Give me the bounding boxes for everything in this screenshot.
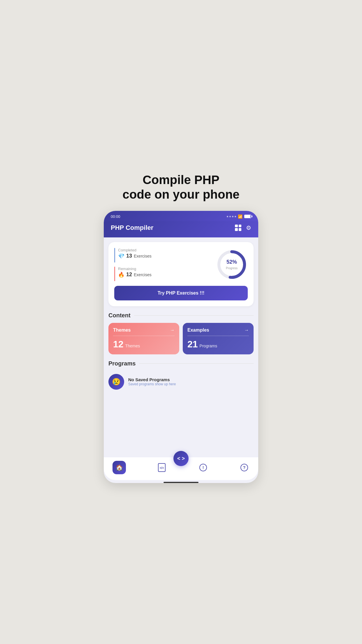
app-headline: Compile PHP code on your phone — [122, 173, 239, 202]
donut-label: Progress — [226, 266, 238, 270]
gear-icon[interactable]: ⚙ — [246, 224, 251, 231]
grid-icon[interactable] — [235, 225, 241, 231]
remaining-label: Remaining — [118, 267, 152, 271]
programs-section-header: Programs — [108, 360, 254, 367]
home-indicator — [164, 482, 198, 483]
headline-line1: Compile PHP — [143, 173, 219, 187]
themes-unit: Themes — [125, 344, 140, 348]
app-title: PHP Compiler — [111, 224, 153, 232]
completed-icon: 💎 — [118, 253, 124, 259]
remaining-unit: Exercises — [134, 272, 152, 277]
headline-line2: code on your phone — [122, 188, 239, 201]
status-bar: 00:00 📶 — [104, 211, 258, 221]
content-section: Content Themes → 12 Themes — [108, 312, 254, 354]
svg-text:?: ? — [243, 465, 246, 470]
examples-card-title: Examples — [187, 328, 209, 333]
themes-card-header: Themes → — [113, 328, 175, 333]
content-section-header: Content — [108, 312, 254, 319]
themes-divider — [113, 336, 175, 336]
sad-emoji: 😢 — [112, 378, 121, 386]
signal-dots — [227, 216, 236, 217]
completed-text: Completed 💎 13 Exercises — [118, 248, 152, 259]
programs-section-line — [139, 363, 254, 364]
remaining-text: Remaining 🔥 12 Exercises — [118, 267, 152, 278]
status-time: 00:00 — [111, 214, 120, 219]
sad-avatar: 😢 — [108, 374, 124, 390]
programs-section-title: Programs — [108, 360, 136, 367]
svg-text:</>: </> — [160, 466, 164, 470]
empty-state-title: No Saved Programs — [128, 377, 176, 382]
empty-state: 😢 No Saved Programs Saved programs show … — [108, 371, 254, 393]
examples-arrow-icon: → — [244, 328, 249, 333]
themes-count-row: 12 Themes — [113, 339, 175, 350]
home-icon[interactable]: 🏠 — [113, 461, 126, 474]
content-area: Completed 💎 13 Exercises — [104, 237, 258, 457]
completed-count: 13 — [126, 253, 132, 259]
completed-label: Completed — [118, 248, 152, 252]
examples-card[interactable]: Examples → 21 Programs — [183, 323, 254, 354]
remaining-border — [114, 267, 115, 281]
compile-icon: < > — [177, 456, 185, 462]
nav-center-compile-button[interactable]: < > — [173, 451, 189, 466]
status-icons: 📶 — [227, 214, 251, 219]
themes-card-title: Themes — [113, 328, 131, 333]
info-icon[interactable]: ! — [198, 462, 208, 473]
empty-text: No Saved Programs Saved programs show up… — [128, 377, 176, 386]
examples-count: 21 — [187, 339, 198, 350]
examples-card-header: Examples → — [187, 328, 249, 333]
nav-info[interactable]: ! — [198, 462, 208, 473]
remaining-stat: Remaining 🔥 12 Exercises — [114, 267, 152, 281]
phone-frame: 00:00 📶 PHP Compiler — [104, 211, 258, 483]
progress-stats: Completed 💎 13 Exercises — [114, 248, 152, 281]
programs-section: Programs 😢 No Saved Programs Saved progr… — [108, 360, 254, 393]
bottom-nav: 🏠 </> < > ! — [104, 457, 258, 480]
try-exercises-button[interactable]: Try PHP Exercises !!! — [114, 286, 248, 300]
content-cards: Themes → 12 Themes Examples → — [108, 323, 254, 354]
remaining-value: 🔥 12 Exercises — [118, 272, 152, 278]
remaining-icon: 🔥 — [118, 272, 124, 278]
code-file-icon[interactable]: </> — [157, 462, 167, 473]
wifi-icon: 📶 — [238, 214, 242, 219]
app-header: PHP Compiler ⚙ — [104, 221, 258, 237]
completed-value: 💎 13 Exercises — [118, 253, 152, 259]
battery-icon — [244, 215, 251, 218]
examples-count-row: 21 Programs — [187, 339, 249, 350]
completed-stat: Completed 💎 13 Exercises — [114, 248, 152, 262]
svg-text:!: ! — [202, 465, 204, 470]
themes-count: 12 — [113, 339, 124, 350]
nav-help[interactable]: ? — [239, 462, 249, 473]
progress-donut: 52% Progress — [216, 249, 248, 281]
themes-card[interactable]: Themes → 12 Themes — [108, 323, 179, 354]
progress-top: Completed 💎 13 Exercises — [114, 248, 248, 281]
remaining-count: 12 — [126, 272, 132, 278]
content-section-title: Content — [108, 312, 131, 319]
completed-unit: Exercises — [134, 254, 152, 258]
nav-code[interactable]: </> — [157, 462, 167, 473]
donut-center: 52% Progress — [226, 259, 238, 270]
empty-state-subtitle: Saved programs show up here — [128, 382, 176, 386]
examples-unit: Programs — [200, 344, 217, 348]
themes-arrow-icon: → — [170, 328, 175, 333]
examples-divider — [187, 336, 249, 336]
nav-home[interactable]: 🏠 — [113, 461, 126, 474]
header-icons: ⚙ — [235, 224, 251, 231]
completed-border — [114, 248, 115, 262]
help-icon[interactable]: ? — [239, 462, 249, 473]
donut-percent: 52% — [226, 259, 238, 265]
progress-card: Completed 💎 13 Exercises — [108, 242, 254, 306]
content-section-line — [134, 315, 254, 316]
